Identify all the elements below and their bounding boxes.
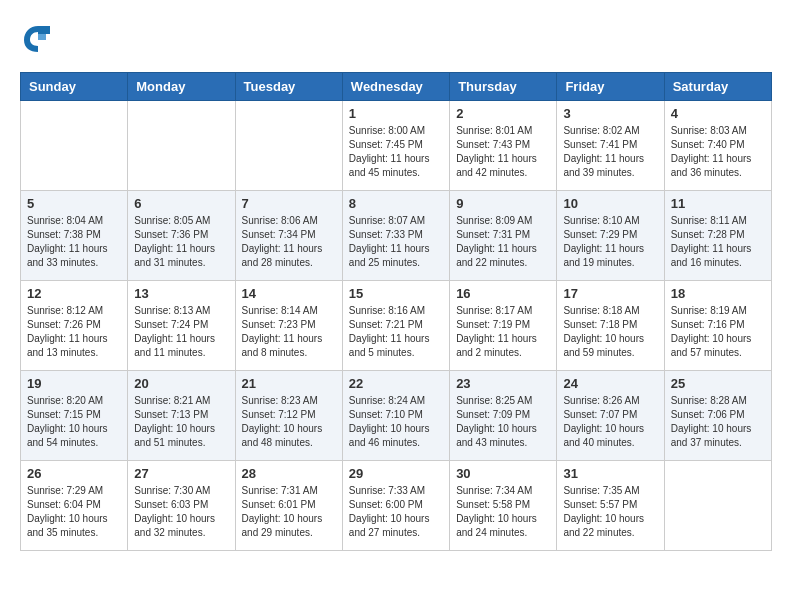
day-number: 16: [456, 286, 550, 301]
weekday-header: Saturday: [664, 73, 771, 101]
calendar-cell: 3Sunrise: 8:02 AM Sunset: 7:41 PM Daylig…: [557, 101, 664, 191]
day-info: Sunrise: 7:31 AM Sunset: 6:01 PM Dayligh…: [242, 484, 336, 540]
day-number: 28: [242, 466, 336, 481]
calendar-cell: 22Sunrise: 8:24 AM Sunset: 7:10 PM Dayli…: [342, 371, 449, 461]
day-number: 4: [671, 106, 765, 121]
day-number: 24: [563, 376, 657, 391]
weekday-header: Monday: [128, 73, 235, 101]
day-number: 6: [134, 196, 228, 211]
day-number: 26: [27, 466, 121, 481]
calendar-cell: 17Sunrise: 8:18 AM Sunset: 7:18 PM Dayli…: [557, 281, 664, 371]
day-number: 20: [134, 376, 228, 391]
day-info: Sunrise: 8:14 AM Sunset: 7:23 PM Dayligh…: [242, 304, 336, 360]
calendar-cell: 18Sunrise: 8:19 AM Sunset: 7:16 PM Dayli…: [664, 281, 771, 371]
day-info: Sunrise: 8:20 AM Sunset: 7:15 PM Dayligh…: [27, 394, 121, 450]
calendar-cell: [128, 101, 235, 191]
calendar-cell: [21, 101, 128, 191]
day-number: 22: [349, 376, 443, 391]
day-number: 29: [349, 466, 443, 481]
calendar-cell: [664, 461, 771, 551]
calendar-cell: 21Sunrise: 8:23 AM Sunset: 7:12 PM Dayli…: [235, 371, 342, 461]
calendar-cell: 30Sunrise: 7:34 AM Sunset: 5:58 PM Dayli…: [450, 461, 557, 551]
weekday-header: Tuesday: [235, 73, 342, 101]
logo: [20, 20, 62, 56]
calendar-cell: 6Sunrise: 8:05 AM Sunset: 7:36 PM Daylig…: [128, 191, 235, 281]
day-info: Sunrise: 7:29 AM Sunset: 6:04 PM Dayligh…: [27, 484, 121, 540]
calendar-week-row: 1Sunrise: 8:00 AM Sunset: 7:45 PM Daylig…: [21, 101, 772, 191]
calendar-cell: 10Sunrise: 8:10 AM Sunset: 7:29 PM Dayli…: [557, 191, 664, 281]
calendar-cell: 24Sunrise: 8:26 AM Sunset: 7:07 PM Dayli…: [557, 371, 664, 461]
calendar-cell: 11Sunrise: 8:11 AM Sunset: 7:28 PM Dayli…: [664, 191, 771, 281]
calendar-cell: 29Sunrise: 7:33 AM Sunset: 6:00 PM Dayli…: [342, 461, 449, 551]
day-number: 21: [242, 376, 336, 391]
calendar-cell: 28Sunrise: 7:31 AM Sunset: 6:01 PM Dayli…: [235, 461, 342, 551]
calendar-cell: 13Sunrise: 8:13 AM Sunset: 7:24 PM Dayli…: [128, 281, 235, 371]
calendar-cell: 15Sunrise: 8:16 AM Sunset: 7:21 PM Dayli…: [342, 281, 449, 371]
day-number: 14: [242, 286, 336, 301]
day-number: 23: [456, 376, 550, 391]
weekday-header: Wednesday: [342, 73, 449, 101]
day-number: 9: [456, 196, 550, 211]
day-number: 1: [349, 106, 443, 121]
day-info: Sunrise: 8:28 AM Sunset: 7:06 PM Dayligh…: [671, 394, 765, 450]
calendar-cell: 9Sunrise: 8:09 AM Sunset: 7:31 PM Daylig…: [450, 191, 557, 281]
day-info: Sunrise: 8:09 AM Sunset: 7:31 PM Dayligh…: [456, 214, 550, 270]
calendar-week-row: 19Sunrise: 8:20 AM Sunset: 7:15 PM Dayli…: [21, 371, 772, 461]
day-info: Sunrise: 8:12 AM Sunset: 7:26 PM Dayligh…: [27, 304, 121, 360]
day-number: 17: [563, 286, 657, 301]
day-info: Sunrise: 8:24 AM Sunset: 7:10 PM Dayligh…: [349, 394, 443, 450]
calendar-cell: 7Sunrise: 8:06 AM Sunset: 7:34 PM Daylig…: [235, 191, 342, 281]
calendar-cell: 19Sunrise: 8:20 AM Sunset: 7:15 PM Dayli…: [21, 371, 128, 461]
calendar-cell: 27Sunrise: 7:30 AM Sunset: 6:03 PM Dayli…: [128, 461, 235, 551]
weekday-header: Thursday: [450, 73, 557, 101]
day-info: Sunrise: 8:21 AM Sunset: 7:13 PM Dayligh…: [134, 394, 228, 450]
weekday-header-row: SundayMondayTuesdayWednesdayThursdayFrid…: [21, 73, 772, 101]
calendar-table: SundayMondayTuesdayWednesdayThursdayFrid…: [20, 72, 772, 551]
calendar-cell: 1Sunrise: 8:00 AM Sunset: 7:45 PM Daylig…: [342, 101, 449, 191]
calendar-cell: 8Sunrise: 8:07 AM Sunset: 7:33 PM Daylig…: [342, 191, 449, 281]
calendar-week-row: 26Sunrise: 7:29 AM Sunset: 6:04 PM Dayli…: [21, 461, 772, 551]
day-info: Sunrise: 8:03 AM Sunset: 7:40 PM Dayligh…: [671, 124, 765, 180]
calendar-week-row: 5Sunrise: 8:04 AM Sunset: 7:38 PM Daylig…: [21, 191, 772, 281]
day-number: 3: [563, 106, 657, 121]
day-number: 12: [27, 286, 121, 301]
day-info: Sunrise: 8:06 AM Sunset: 7:34 PM Dayligh…: [242, 214, 336, 270]
day-info: Sunrise: 8:10 AM Sunset: 7:29 PM Dayligh…: [563, 214, 657, 270]
day-info: Sunrise: 8:05 AM Sunset: 7:36 PM Dayligh…: [134, 214, 228, 270]
day-number: 15: [349, 286, 443, 301]
calendar-cell: 23Sunrise: 8:25 AM Sunset: 7:09 PM Dayli…: [450, 371, 557, 461]
day-info: Sunrise: 8:17 AM Sunset: 7:19 PM Dayligh…: [456, 304, 550, 360]
day-info: Sunrise: 8:07 AM Sunset: 7:33 PM Dayligh…: [349, 214, 443, 270]
day-number: 18: [671, 286, 765, 301]
calendar-cell: [235, 101, 342, 191]
day-number: 19: [27, 376, 121, 391]
day-info: Sunrise: 7:33 AM Sunset: 6:00 PM Dayligh…: [349, 484, 443, 540]
calendar-week-row: 12Sunrise: 8:12 AM Sunset: 7:26 PM Dayli…: [21, 281, 772, 371]
page-header: [20, 20, 772, 56]
day-number: 11: [671, 196, 765, 211]
day-number: 10: [563, 196, 657, 211]
day-number: 31: [563, 466, 657, 481]
day-info: Sunrise: 8:13 AM Sunset: 7:24 PM Dayligh…: [134, 304, 228, 360]
day-info: Sunrise: 8:01 AM Sunset: 7:43 PM Dayligh…: [456, 124, 550, 180]
day-info: Sunrise: 8:04 AM Sunset: 7:38 PM Dayligh…: [27, 214, 121, 270]
calendar-cell: 31Sunrise: 7:35 AM Sunset: 5:57 PM Dayli…: [557, 461, 664, 551]
day-info: Sunrise: 8:11 AM Sunset: 7:28 PM Dayligh…: [671, 214, 765, 270]
day-number: 27: [134, 466, 228, 481]
calendar-cell: 2Sunrise: 8:01 AM Sunset: 7:43 PM Daylig…: [450, 101, 557, 191]
day-info: Sunrise: 8:23 AM Sunset: 7:12 PM Dayligh…: [242, 394, 336, 450]
day-info: Sunrise: 8:25 AM Sunset: 7:09 PM Dayligh…: [456, 394, 550, 450]
day-number: 5: [27, 196, 121, 211]
logo-icon: [20, 20, 56, 56]
calendar-cell: 26Sunrise: 7:29 AM Sunset: 6:04 PM Dayli…: [21, 461, 128, 551]
calendar-cell: 14Sunrise: 8:14 AM Sunset: 7:23 PM Dayli…: [235, 281, 342, 371]
day-info: Sunrise: 8:02 AM Sunset: 7:41 PM Dayligh…: [563, 124, 657, 180]
day-number: 7: [242, 196, 336, 211]
day-info: Sunrise: 8:19 AM Sunset: 7:16 PM Dayligh…: [671, 304, 765, 360]
calendar-cell: 12Sunrise: 8:12 AM Sunset: 7:26 PM Dayli…: [21, 281, 128, 371]
day-number: 2: [456, 106, 550, 121]
day-info: Sunrise: 8:00 AM Sunset: 7:45 PM Dayligh…: [349, 124, 443, 180]
weekday-header: Friday: [557, 73, 664, 101]
day-number: 8: [349, 196, 443, 211]
day-number: 25: [671, 376, 765, 391]
